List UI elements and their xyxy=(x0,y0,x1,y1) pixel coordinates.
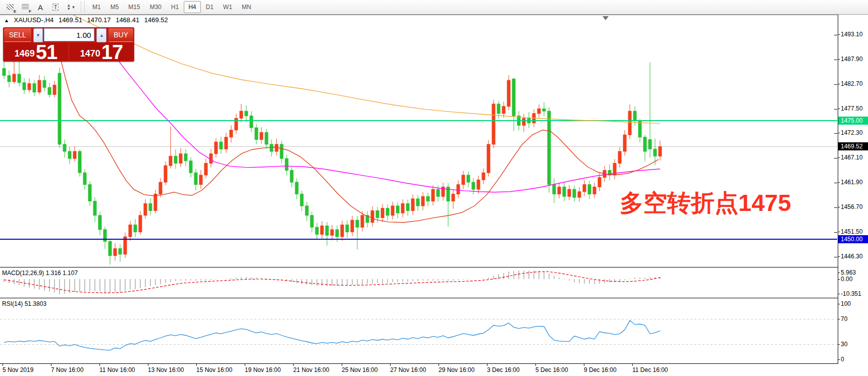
price-label-highlight: 1450.00 xyxy=(838,235,868,243)
fibonacci-retracement-icon[interactable]: F xyxy=(18,1,32,14)
timeframe-button-d1[interactable]: D1 xyxy=(201,1,218,13)
timeframe-button-m1[interactable]: M1 xyxy=(88,1,105,13)
price-label: 1487.90 xyxy=(841,56,862,63)
price-label: 1472.30 xyxy=(841,129,862,136)
price-label: 30 xyxy=(841,341,847,348)
price-label: 1467.10 xyxy=(841,154,862,161)
chart-title: ▲ XAUUSD-,H4 1469.51 1470.17 1468.41 146… xyxy=(4,16,171,24)
symbol-marker-icon: ▲ xyxy=(4,18,9,23)
volume-input[interactable] xyxy=(44,28,94,41)
timeframe-group: M1M5M15M30H1H4D1W1MN xyxy=(88,1,256,13)
ohlc-low: 1468.41 xyxy=(116,16,139,24)
ma-orange xyxy=(57,15,660,124)
price-label: 1446.30 xyxy=(841,253,862,260)
price-label: -10.351 xyxy=(841,290,861,297)
time-label: 11 Nov 16:00 xyxy=(99,366,135,373)
price-label: 1477.50 xyxy=(841,105,862,112)
ohlc-close: 1469.52 xyxy=(144,16,168,24)
buy-price-prefix: 1470 xyxy=(80,48,100,59)
buy-button[interactable]: BUY xyxy=(108,28,133,42)
main-chart-canvas[interactable]: SELL ▼ ▲ BUY 1469 51 1470 17 多空转折点1475 xyxy=(0,15,838,267)
timeframe-button-m5[interactable]: M5 xyxy=(106,1,124,13)
timeframe-button-mn[interactable]: MN xyxy=(237,1,256,13)
ma-magenta xyxy=(114,55,660,192)
buy-price-big: 17 xyxy=(101,43,123,61)
rsi-title: RSI(14) 51.3803 xyxy=(2,300,46,307)
price-label: 1482.70 xyxy=(841,80,862,87)
price-label: 1456.70 xyxy=(841,203,862,210)
price-label: 0 xyxy=(841,356,844,363)
time-label: 13 Nov 16:00 xyxy=(148,366,184,373)
sell-price-big: 51 xyxy=(36,43,58,61)
sell-price-prefix: 1469 xyxy=(15,48,35,59)
rsi-chart xyxy=(0,299,837,363)
timeframe-button-m15[interactable]: M15 xyxy=(124,1,144,13)
equidistant-channel-icon[interactable]: E xyxy=(3,1,17,14)
toolbar-separator xyxy=(81,2,85,13)
macd-pane: MACD(12,26,9) 1.316 1.107 xyxy=(0,268,838,298)
timeframe-button-h4[interactable]: H4 xyxy=(184,1,200,13)
ohlc-high: 1470.17 xyxy=(87,16,111,24)
price-label: 5.963 xyxy=(841,269,856,276)
chart-annotation-text: 多空转折点1475 xyxy=(620,187,791,219)
time-label: 5 Dec 16:00 xyxy=(535,366,568,373)
toolbar: E F A T ▲▼▾ M1M5M15M30H1H4D1W1MN xyxy=(0,0,868,15)
buy-price-display[interactable]: 1470 17 xyxy=(70,43,133,61)
symbol-label: XAUUSD-,H4 xyxy=(14,16,54,24)
price-label: 1451.50 xyxy=(841,228,862,235)
rsi-line xyxy=(4,320,660,350)
time-label: 5 Nov 2019 xyxy=(3,366,33,373)
text-icon[interactable]: A xyxy=(33,1,47,14)
price-label: 0.00 xyxy=(841,276,852,283)
time-label: 15 Nov 16:00 xyxy=(196,366,232,373)
volume-increase-button[interactable]: ▲ xyxy=(96,28,106,42)
time-label: 3 Dec 16:00 xyxy=(487,366,520,373)
price-label: 70 xyxy=(841,315,847,323)
arrows-icon[interactable]: ▲▼▾ xyxy=(64,1,78,14)
volume-decrease-button[interactable]: ▼ xyxy=(33,28,43,42)
macd-chart xyxy=(0,268,837,298)
time-label: 21 Nov 16:00 xyxy=(293,366,329,373)
one-click-trade-panel: SELL ▼ ▲ BUY 1469 51 1470 17 xyxy=(3,27,134,62)
price-label: 100 xyxy=(841,300,851,307)
sell-button[interactable]: SELL xyxy=(4,28,31,42)
time-label: 19 Nov 16:00 xyxy=(245,366,281,373)
time-label: 29 Nov 16:00 xyxy=(439,366,474,373)
time-label: 9 Dec 16:00 xyxy=(584,366,617,373)
price-label-highlight: 1469.52 xyxy=(838,142,868,150)
candles xyxy=(3,54,662,264)
ohlc-open: 1469.51 xyxy=(59,16,82,24)
text-label-icon[interactable]: T xyxy=(48,1,63,14)
timeframe-button-m30[interactable]: M30 xyxy=(145,1,166,13)
time-label: 7 Nov 16:00 xyxy=(51,366,84,373)
timeframe-button-w1[interactable]: W1 xyxy=(219,1,237,13)
chart-shift-marker-icon xyxy=(603,16,609,20)
rsi-pane: RSI(14) 51.3803 xyxy=(0,299,838,364)
sell-price-display[interactable]: 1469 51 xyxy=(4,43,68,61)
price-label: 1461.90 xyxy=(841,179,862,186)
time-axis[interactable]: 5 Nov 20197 Nov 16:0011 Nov 16:0013 Nov … xyxy=(0,364,838,376)
timeframe-button-h1[interactable]: H1 xyxy=(167,1,183,13)
time-label: 11 Dec 16:00 xyxy=(632,366,668,373)
mt4-window: E F A T ▲▼▾ M1M5M15M30H1H4D1W1MN ▲ XAUUS… xyxy=(0,0,868,376)
macd-title: MACD(12,26,9) 1.316 1.107 xyxy=(2,270,78,277)
time-label: 27 Nov 16:00 xyxy=(390,366,426,373)
price-label: 1493.10 xyxy=(841,31,862,38)
price-label-highlight: 1475.00 xyxy=(838,117,868,125)
price-axis[interactable]: 1493.101487.901482.701477.501475.001472.… xyxy=(838,15,868,364)
time-label: 25 Nov 16:00 xyxy=(342,366,377,373)
